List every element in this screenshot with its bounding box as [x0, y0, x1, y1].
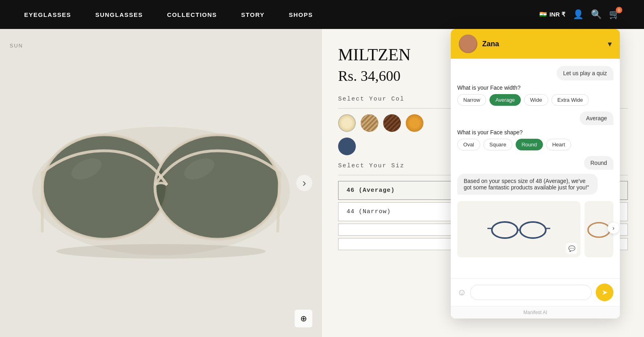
product-type-label: SUN: [10, 43, 23, 49]
nav-shops[interactable]: SHOPS: [289, 11, 313, 18]
product-image-area: SUN: [0, 29, 322, 337]
color-swatch-navy[interactable]: [338, 138, 356, 155]
main-content: SUN: [0, 29, 644, 337]
answer-average: Average: [580, 111, 613, 125]
nav-story[interactable]: STORY: [241, 11, 264, 18]
face-width-question-block: What is your Face width? Narrow Average …: [457, 84, 613, 107]
chat-send-button[interactable]: ➤: [596, 284, 613, 301]
nav-eyeglasses[interactable]: EYEGLASSES: [24, 11, 71, 18]
product-cards: 💬: [457, 201, 613, 257]
chat-body: Let us play a quiz What is your Face wid…: [451, 59, 620, 278]
currency-selector[interactable]: 🇮🇳 INR ₹: [539, 11, 566, 18]
cart-icon[interactable]: 🛒 0: [609, 9, 620, 20]
product-image: [0, 29, 322, 337]
answer-round: Round: [584, 156, 613, 170]
face-shape-question: What is your Face shape?: [457, 129, 613, 136]
color-swatch-amber[interactable]: [406, 114, 423, 132]
nav-links: EYEGLASSES SUNGLASSES COLLECTIONS STORY …: [24, 11, 313, 18]
color-swatch-light-wood[interactable]: [361, 114, 378, 132]
currency-label: INR ₹: [549, 11, 566, 18]
nav-sunglasses[interactable]: SUNGLASSES: [95, 11, 143, 18]
glasses-card-svg-1: [487, 213, 551, 245]
card-feedback-icon[interactable]: 💬: [566, 243, 577, 254]
option-square[interactable]: Square: [483, 139, 512, 150]
avatar-face: [459, 35, 477, 53]
chat-header-left: Zana: [459, 35, 499, 53]
svg-point-9: [520, 222, 546, 238]
chat-collapse-button[interactable]: ▾: [608, 39, 612, 49]
chat-footer: Manifest AI: [451, 306, 620, 319]
account-icon[interactable]: 👤: [573, 9, 584, 20]
emoji-button[interactable]: ☺: [457, 287, 466, 298]
option-narrow[interactable]: Narrow: [457, 94, 486, 106]
navigation: EYEGLASSES SUNGLASSES COLLECTIONS STORY …: [0, 0, 644, 29]
nav-icons: 🇮🇳 INR ₹ 👤 🔍 🛒 0: [539, 9, 620, 20]
cart-badge: 0: [616, 7, 622, 13]
face-shape-options: Oval Square Round Heart: [457, 139, 613, 150]
svg-point-13: [588, 223, 610, 237]
option-wide[interactable]: Wide: [524, 94, 548, 106]
chat-header: Zana ▾: [451, 29, 620, 59]
face-width-question: What is your Face width?: [457, 84, 613, 91]
bot-recommendation-message: Based on your specs size of 48 (Average)…: [457, 174, 598, 195]
agent-name: Zana: [482, 40, 499, 48]
quiz-button-bubble[interactable]: Let us play a quiz: [557, 66, 613, 80]
svg-point-7: [56, 244, 266, 259]
zoom-button[interactable]: ⊕: [295, 310, 312, 327]
face-width-options: Narrow Average Wide Extra Wide: [457, 94, 613, 106]
chat-powered-by: Manifest AI: [523, 310, 547, 315]
chat-widget: Zana ▾ Let us play a quiz What is your F…: [451, 29, 620, 319]
option-round[interactable]: Round: [516, 139, 543, 150]
svg-point-8: [492, 222, 518, 238]
color-swatch-gold-clear[interactable]: [338, 114, 356, 132]
chat-input-area: ☺ ➤: [451, 278, 620, 306]
option-heart[interactable]: Heart: [546, 139, 571, 150]
option-extra-wide[interactable]: Extra Wide: [551, 94, 589, 106]
agent-avatar: [459, 35, 477, 53]
search-icon[interactable]: 🔍: [591, 9, 602, 20]
option-oval[interactable]: Oval: [457, 139, 480, 150]
next-image-arrow[interactable]: ›: [296, 175, 312, 191]
product-cards-container: 💬 ›: [457, 199, 613, 257]
option-average[interactable]: Average: [489, 94, 521, 106]
chat-input-field[interactable]: [470, 285, 592, 300]
nav-collections[interactable]: COLLECTIONS: [167, 11, 217, 18]
product-card-1[interactable]: 💬: [457, 201, 580, 257]
sunglasses-svg: [20, 95, 302, 271]
next-card-button[interactable]: ›: [608, 222, 619, 234]
flag-icon: 🇮🇳: [539, 11, 547, 18]
face-shape-question-block: What is your Face shape? Oval Square Rou…: [457, 129, 613, 152]
product-card-1-image: [457, 201, 580, 257]
svg-line-4: [278, 173, 280, 231]
color-swatch-dark-wood[interactable]: [383, 114, 401, 132]
